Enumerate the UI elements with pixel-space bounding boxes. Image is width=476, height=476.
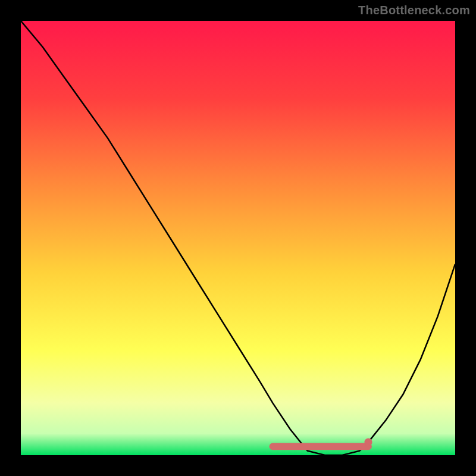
bottleneck-chart	[21, 21, 455, 455]
optimal-dot	[364, 439, 372, 446]
attribution-label: TheBottleneck.com	[358, 4, 470, 17]
chart-background	[21, 21, 455, 455]
chart-frame: TheBottleneck.com	[0, 0, 476, 476]
